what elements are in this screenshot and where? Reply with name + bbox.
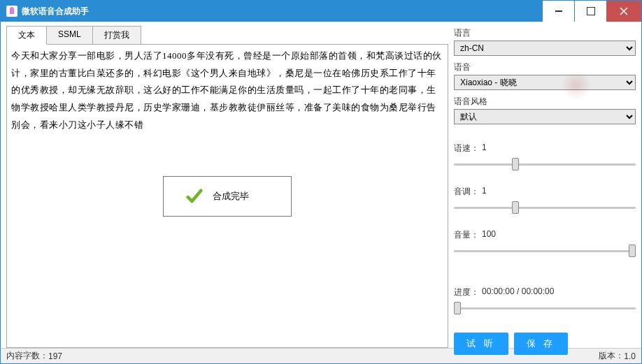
language-field: 语言 zh-CN bbox=[454, 27, 636, 56]
tab-donate[interactable]: 打赏我 bbox=[92, 26, 141, 45]
voice-label: 语音 bbox=[454, 61, 636, 73]
language-select[interactable]: zh-CN bbox=[454, 41, 636, 56]
status-toast: 合成完毕 bbox=[163, 176, 292, 217]
style-label: 语音风格 bbox=[454, 96, 636, 108]
progress-slider[interactable] bbox=[454, 301, 636, 315]
window-controls bbox=[542, 1, 641, 22]
tab-text[interactable]: 文本 bbox=[6, 26, 47, 45]
app-window: 微软语音合成助手 文本 SSML 打赏我 今天和大家分享一部电影，男人活了140… bbox=[0, 0, 642, 364]
app-icon bbox=[6, 6, 17, 17]
check-icon bbox=[185, 187, 204, 206]
action-buttons: 试 听 保 存 bbox=[454, 333, 636, 355]
char-count-value: 197 bbox=[48, 351, 62, 361]
minimize-button[interactable] bbox=[543, 1, 574, 22]
volume-label: 音量： bbox=[454, 229, 479, 241]
progress-field: 进度：00:00:00 / 00:00:00 bbox=[454, 286, 636, 317]
pitch-field: 音调：1 bbox=[454, 186, 636, 217]
volume-value: 100 bbox=[482, 229, 496, 241]
speed-value: 1 bbox=[482, 143, 487, 154]
style-select[interactable]: 默认 bbox=[454, 109, 636, 124]
close-button[interactable] bbox=[606, 1, 641, 22]
char-count-label: 内容字数： bbox=[6, 350, 48, 362]
left-panel: 文本 SSML 打赏我 今天和大家分享一部电影，男人活了14000多年没有死，曾… bbox=[6, 26, 448, 348]
progress-label: 进度： bbox=[454, 286, 479, 298]
voice-field: 语音 Xiaoxiao - 晓晓 bbox=[454, 61, 636, 90]
pitch-slider[interactable] bbox=[454, 201, 636, 214]
progress-value: 00:00:00 / 00:00:00 bbox=[482, 286, 554, 298]
speed-field: 语速：1 bbox=[454, 143, 636, 173]
pitch-label: 音调： bbox=[454, 186, 479, 198]
right-panel: 语言 zh-CN 语音 Xiaoxiao - 晓晓 语音风格 默认 语速：1 bbox=[454, 26, 636, 348]
style-field: 语音风格 默认 bbox=[454, 96, 636, 124]
language-label: 语言 bbox=[454, 27, 636, 39]
save-button[interactable]: 保 存 bbox=[514, 333, 569, 355]
listen-button[interactable]: 试 听 bbox=[454, 333, 508, 355]
content-area: 文本 SSML 打赏我 今天和大家分享一部电影，男人活了14000多年没有死，曾… bbox=[1, 22, 641, 348]
window-title: 微软语音合成助手 bbox=[22, 6, 542, 17]
toast-message: 合成完毕 bbox=[213, 190, 249, 203]
tab-ssml[interactable]: SSML bbox=[46, 26, 93, 45]
speed-slider[interactable] bbox=[454, 157, 636, 171]
text-panel: 今天和大家分享一部电影，男人活了14000多年没有死，曾经是一个原始部落的首领，… bbox=[6, 44, 448, 348]
volume-field: 音量：100 bbox=[454, 229, 636, 260]
titlebar[interactable]: 微软语音合成助手 bbox=[1, 1, 641, 22]
speed-label: 语速： bbox=[454, 143, 479, 154]
maximize-button[interactable] bbox=[575, 1, 606, 22]
volume-slider[interactable] bbox=[454, 244, 636, 258]
pitch-value: 1 bbox=[482, 186, 487, 198]
voice-select[interactable]: Xiaoxiao - 晓晓 bbox=[454, 75, 636, 90]
tab-bar: 文本 SSML 打赏我 bbox=[6, 26, 448, 45]
